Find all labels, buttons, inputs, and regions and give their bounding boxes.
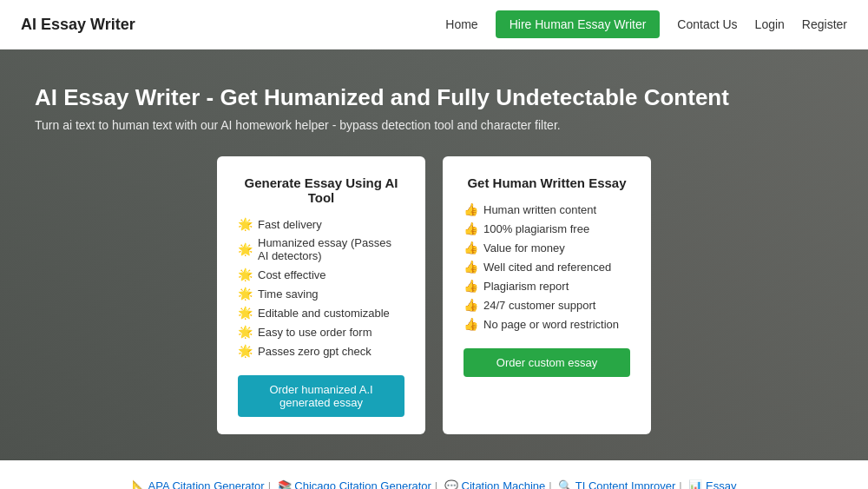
feature-humanized: 🌟Humanized essay (Passes AI detectors) bbox=[238, 236, 404, 262]
nav-register[interactable]: Register bbox=[802, 17, 847, 31]
hero-section: AI Essay Writer - Get Humanized and Full… bbox=[0, 50, 868, 460]
main-nav: Home Hire Human Essay Writer Contact Us … bbox=[445, 10, 847, 38]
feature-no-restriction: 👍No page or word restriction bbox=[464, 317, 630, 331]
thumb-icon: 👍 bbox=[464, 202, 478, 216]
thumb-icon-3: 👍 bbox=[464, 241, 478, 254]
star-icon: 🌟 bbox=[238, 217, 253, 231]
feature-easy: 🌟Easy to use order form bbox=[238, 325, 404, 339]
nav-home[interactable]: Home bbox=[445, 17, 477, 31]
tool-icon-grader: 📊 bbox=[688, 479, 702, 489]
feature-cost: 🌟Cost effective bbox=[238, 268, 404, 281]
feature-plagiarism-free: 👍100% plagiarism free bbox=[464, 221, 630, 235]
tools-section: 📐 APA Citation Generator| 📚 Chicago Cita… bbox=[0, 460, 868, 489]
thumb-icon-2: 👍 bbox=[464, 221, 478, 235]
thumb-icon-4: 👍 bbox=[464, 260, 478, 274]
star-icon-6: 🌟 bbox=[238, 325, 253, 339]
card-human-essay: Get Human Written Essay 👍Human written c… bbox=[443, 156, 651, 434]
feature-zero-gpt: 🌟Passes zero gpt check bbox=[238, 344, 404, 358]
feature-plagiarism-report: 👍Plagiarism report bbox=[464, 279, 630, 293]
nav-hire-button[interactable]: Hire Human Essay Writer bbox=[496, 10, 661, 38]
tool-content-link[interactable]: TI Content Improver bbox=[575, 479, 676, 489]
feature-cited: 👍Well cited and referenced bbox=[464, 260, 630, 274]
feature-editable: 🌟Editable and customizable bbox=[238, 306, 404, 320]
hero-content: AI Essay Writer - Get Humanized and Full… bbox=[35, 84, 833, 434]
card-ai-features: 🌟Fast delivery 🌟Humanized essay (Passes … bbox=[238, 217, 404, 358]
order-ai-button[interactable]: Order humanized A.I generated essay bbox=[238, 375, 404, 417]
header: AI Essay Writer Home Hire Human Essay Wr… bbox=[0, 0, 868, 50]
thumb-icon-6: 👍 bbox=[464, 298, 478, 312]
hero-subtitle: Turn ai text to human text with our AI h… bbox=[35, 118, 833, 132]
card-ai-title: Generate Essay Using AI Tool bbox=[238, 175, 404, 205]
feature-human-content: 👍Human written content bbox=[464, 202, 630, 216]
thumb-icon-5: 👍 bbox=[464, 279, 478, 293]
order-custom-button[interactable]: Order custom essay bbox=[464, 348, 630, 377]
star-icon-3: 🌟 bbox=[238, 268, 253, 281]
nav-contact[interactable]: Contact Us bbox=[677, 17, 737, 31]
star-icon-4: 🌟 bbox=[238, 287, 253, 301]
hero-cards: Generate Essay Using AI Tool 🌟Fast deliv… bbox=[35, 156, 833, 434]
tool-citation-link[interactable]: Citation Machine bbox=[462, 479, 546, 489]
nav-login[interactable]: Login bbox=[755, 17, 785, 31]
tool-icon-apa: 📐 bbox=[132, 479, 146, 489]
feature-value: 👍Value for money bbox=[464, 241, 630, 254]
tool-icon-content: 🔍 bbox=[558, 479, 572, 489]
star-icon-2: 🌟 bbox=[238, 242, 253, 256]
star-icon-7: 🌟 bbox=[238, 344, 253, 358]
card-human-title: Get Human Written Essay bbox=[464, 175, 630, 190]
site-logo: AI Essay Writer bbox=[21, 16, 135, 34]
feature-time: 🌟Time saving bbox=[238, 287, 404, 301]
feature-fast-delivery: 🌟Fast delivery bbox=[238, 217, 404, 231]
thumb-icon-7: 👍 bbox=[464, 317, 478, 331]
star-icon-5: 🌟 bbox=[238, 306, 253, 320]
feature-support: 👍24/7 customer support bbox=[464, 298, 630, 312]
card-ai-tool: Generate Essay Using AI Tool 🌟Fast deliv… bbox=[217, 156, 425, 434]
tool-chicago-link[interactable]: Chicago Citation Generator bbox=[294, 479, 431, 489]
tool-icon-chicago: 📚 bbox=[278, 479, 292, 489]
tool-apa-link[interactable]: APA Citation Generator bbox=[148, 479, 265, 489]
card-human-features: 👍Human written content 👍100% plagiarism … bbox=[464, 202, 630, 331]
tool-icon-citation: 💬 bbox=[444, 479, 458, 489]
hero-title: AI Essay Writer - Get Humanized and Full… bbox=[35, 84, 833, 111]
